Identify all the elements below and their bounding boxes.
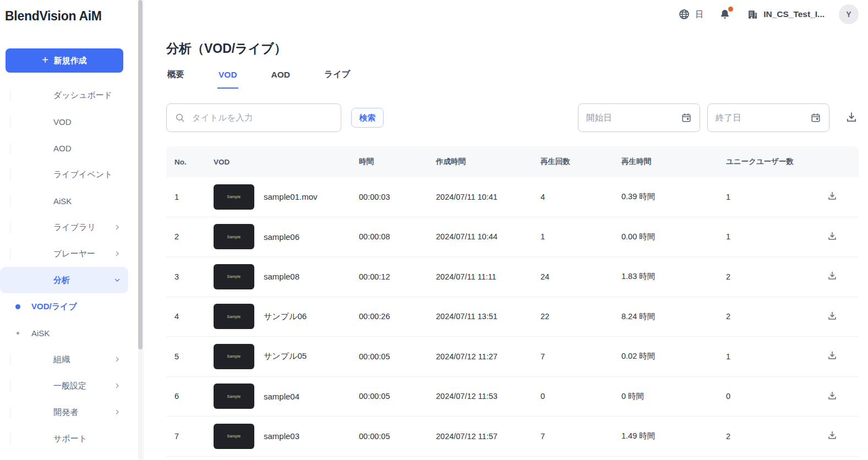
developer-icon xyxy=(10,406,42,418)
row-number: 2 xyxy=(174,232,214,241)
download-all-button[interactable] xyxy=(844,111,859,125)
download-cell xyxy=(826,430,859,443)
download-button[interactable] xyxy=(826,350,839,363)
download-icon xyxy=(827,390,838,401)
column-header: VOD xyxy=(214,158,359,166)
column-header: ユニークユーザー数 xyxy=(726,157,826,167)
thumbnail-label: Sample xyxy=(227,275,241,278)
video-thumbnail: Sample xyxy=(214,184,254,210)
duration-cell: 00:00:08 xyxy=(359,232,436,241)
sidebar-item-vod[interactable]: VOD xyxy=(0,108,128,135)
plays-cell: 4 xyxy=(541,193,621,201)
download-button[interactable] xyxy=(826,270,839,283)
download-cell xyxy=(826,390,859,403)
language-selector[interactable]: 日 xyxy=(678,8,703,20)
sidebar-item-general-settings[interactable]: 一般設定 xyxy=(0,373,128,399)
sidebar-item-aod[interactable]: AOD xyxy=(0,135,128,161)
download-cell xyxy=(826,310,859,323)
library-icon xyxy=(10,221,42,233)
tab-vod[interactable]: VOD xyxy=(217,69,238,89)
video-thumbnail: Sample xyxy=(214,384,254,409)
table-row[interactable]: 2Samplesample0600:00:082024/07/11 10:441… xyxy=(166,217,859,258)
sidebar-item-developer[interactable]: 開発者 xyxy=(0,399,128,425)
video-cell: Samplesample06 xyxy=(214,224,359,249)
sidebar-item-label: 開発者 xyxy=(53,407,113,418)
video-title: sample08 xyxy=(264,272,299,281)
unique-users-cell: 2 xyxy=(726,312,826,321)
video-title: sample06 xyxy=(264,232,299,242)
video-cell: Samplesample03 xyxy=(214,424,359,449)
duration-cell: 00:00:26 xyxy=(359,312,436,321)
video-cell: Sampleサンプル05 xyxy=(214,344,359,369)
tab-aod[interactable]: AOD xyxy=(270,69,291,89)
sidebar-item-aisk[interactable]: AiAiSK xyxy=(0,188,128,214)
search-input[interactable] xyxy=(191,112,334,123)
end-date-placeholder: 終了日 xyxy=(716,112,741,124)
video-thumbnail: Sample xyxy=(214,224,254,249)
sidebar-item-label: AOD xyxy=(53,144,122,153)
row-number: 1 xyxy=(174,193,214,201)
download-cell xyxy=(826,190,859,204)
sidebar-item-label: ライブラリ xyxy=(53,222,113,233)
organization-selector[interactable]: IN_CS_Test_I... xyxy=(747,9,825,20)
notifications-button[interactable] xyxy=(719,8,731,20)
table-row[interactable]: 4Sampleサンプル0600:00:262024/07/11 13:51228… xyxy=(166,297,859,337)
table-row[interactable]: 5Sampleサンプル0500:00:052024/07/12 11:2770.… xyxy=(166,337,859,377)
column-header: 再生回数 xyxy=(541,157,621,167)
download-button[interactable] xyxy=(826,310,839,323)
tab-live[interactable]: ライブ xyxy=(323,69,352,89)
sidebar-item-organization[interactable]: 組織 xyxy=(0,346,128,373)
sidebar-item-live-event[interactable]: ライブイベント xyxy=(0,161,128,188)
table-header-row: No.VOD時間作成時間再生回数再生時間ユニークユーザー数 xyxy=(166,146,859,177)
vod-icon xyxy=(10,116,42,128)
download-button[interactable] xyxy=(826,190,839,204)
watch-time-cell: 0.00 時間 xyxy=(621,232,726,242)
sidebar-item-support[interactable]: ?サポート xyxy=(0,425,128,452)
sidebar-item-analytics[interactable]: 分析 xyxy=(0,267,128,293)
plays-cell: 0 xyxy=(541,392,621,401)
filter-bar: 検索 開始日 終了日 xyxy=(166,103,859,132)
dashboard-icon xyxy=(10,89,42,101)
bullet-dot-icon xyxy=(15,304,20,309)
topbar: 日 IN_CS_Test_I... Y xyxy=(166,0,859,26)
table-row[interactable]: 6Samplesample0400:00:052024/07/12 11:530… xyxy=(166,377,859,417)
download-button[interactable] xyxy=(826,430,839,443)
sidebar-item-dashboard[interactable]: ダッシュボード xyxy=(0,82,128,108)
plays-cell: 7 xyxy=(541,352,621,361)
sidebar-subitem-label: VOD/ライブ xyxy=(31,302,77,312)
video-thumbnail: Sample xyxy=(214,424,254,449)
download-icon xyxy=(827,310,838,321)
analytics-icon xyxy=(10,274,42,286)
table-row[interactable]: 3Samplesample0800:00:122024/07/11 11:112… xyxy=(166,257,859,297)
new-create-button[interactable]: + 新規作成 xyxy=(6,48,123,73)
unique-users-cell: 1 xyxy=(726,232,826,241)
start-date-input[interactable]: 開始日 xyxy=(578,103,700,132)
download-button[interactable] xyxy=(826,230,839,243)
thumbnail-label: Sample xyxy=(227,315,241,319)
column-header: 再生時間 xyxy=(621,157,726,167)
table-row[interactable]: 7Samplesample0300:00:052024/07/12 11:577… xyxy=(166,417,859,457)
sidebar-item-label: 分析 xyxy=(53,275,113,286)
download-cell xyxy=(826,230,859,243)
duration-cell: 00:00:03 xyxy=(359,193,436,201)
sidebar-subitem-aisk[interactable]: AiSK xyxy=(0,320,143,346)
chevron-right-icon xyxy=(113,249,122,258)
watch-time-cell: 0 時間 xyxy=(621,391,726,402)
sidebar-subitem-vod-live[interactable]: VOD/ライブ xyxy=(0,293,143,320)
duration-cell: 00:00:05 xyxy=(359,352,436,361)
end-date-input[interactable]: 終了日 xyxy=(707,103,829,132)
aod-icon xyxy=(10,142,42,154)
download-button[interactable] xyxy=(826,390,839,403)
created-cell: 2024/07/11 13:51 xyxy=(436,312,541,321)
tab-overview[interactable]: 概要 xyxy=(166,69,185,89)
sidebar-item-library[interactable]: ライブラリ xyxy=(0,214,128,240)
sidebar-item-player[interactable]: プレーヤー xyxy=(0,240,128,267)
table-row[interactable]: 1Samplesample01.mov00:00:032024/07/11 10… xyxy=(166,177,859,217)
search-button[interactable]: 検索 xyxy=(351,108,384,128)
sidebar-scrollbar-thumb[interactable] xyxy=(138,0,143,349)
user-avatar[interactable]: Y xyxy=(839,4,859,24)
video-cell: Samplesample04 xyxy=(214,384,359,409)
chevron-right-icon xyxy=(113,223,122,232)
sidebar-scrollbar[interactable] xyxy=(138,0,143,460)
sidebar-item-label: AiSK xyxy=(53,196,122,206)
